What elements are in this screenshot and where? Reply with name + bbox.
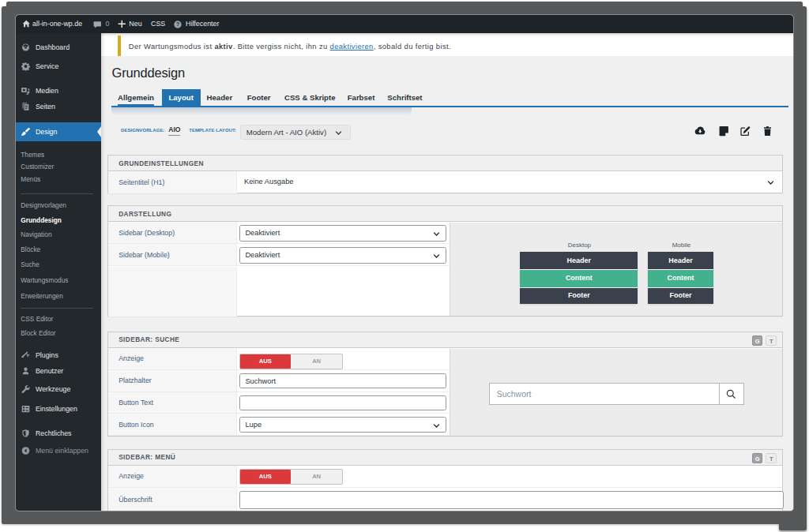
svg-text:?: ? bbox=[176, 21, 179, 27]
